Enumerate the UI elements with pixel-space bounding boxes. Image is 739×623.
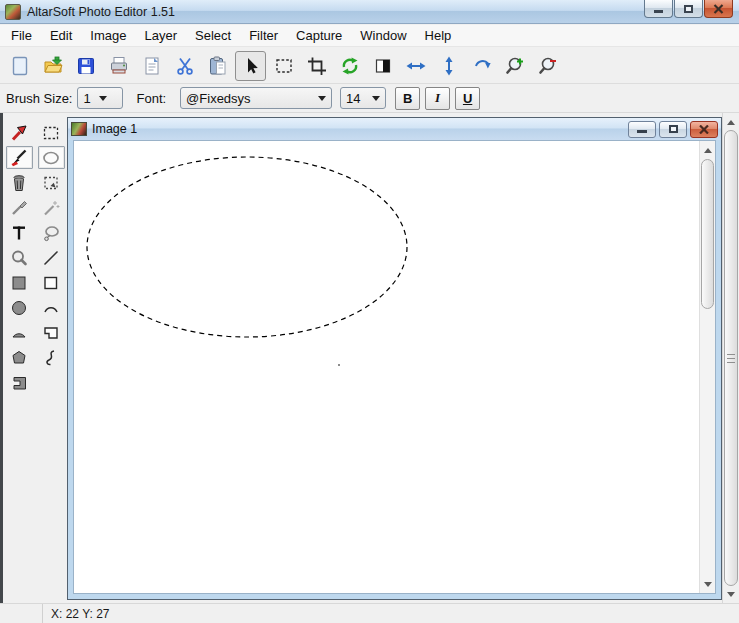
document-vertical-scrollbar[interactable] (699, 141, 715, 593)
rect-outline-tool[interactable] (38, 271, 65, 294)
close-icon (699, 125, 709, 134)
rect-select-button[interactable] (268, 51, 299, 81)
format-toolbar: Brush Size: 1 Font: @Fixedsys 14 B I U (0, 83, 739, 113)
lasso-icon (41, 223, 61, 243)
scroll-up-button[interactable] (723, 114, 739, 129)
cut-button[interactable] (169, 51, 200, 81)
text-icon (9, 223, 29, 243)
contrast-button[interactable] (367, 51, 398, 81)
filled-arc-tool[interactable] (6, 321, 33, 344)
titlebar[interactable]: AltarSoft Photo Editor 1.51 (0, 0, 739, 24)
main-area: Image 1 (0, 113, 739, 603)
scroll-down-button[interactable] (723, 587, 739, 602)
menu-capture[interactable]: Capture (287, 25, 351, 46)
pointer-icon (240, 55, 262, 77)
move-arrow-tool[interactable] (6, 121, 33, 144)
open-button[interactable] (37, 51, 68, 81)
ellipse-select-tool[interactable] (38, 146, 65, 169)
document-minimize-button[interactable] (628, 121, 656, 138)
eyedropper-tool[interactable] (6, 196, 33, 219)
document-window: Image 1 (67, 117, 722, 600)
filled-polygon-tool[interactable] (6, 346, 33, 369)
zoom-tool[interactable] (6, 246, 33, 269)
menu-filter[interactable]: Filter (240, 25, 287, 46)
brush-size-dropdown[interactable]: 1 (77, 87, 123, 109)
curve-icon (41, 348, 61, 368)
italic-button[interactable]: I (425, 87, 450, 110)
crop-icon (306, 55, 328, 77)
menu-select[interactable]: Select (186, 25, 240, 46)
canvas-dot (338, 364, 340, 366)
line-tool[interactable] (38, 246, 65, 269)
tool-palette (3, 113, 67, 603)
document-titlebar[interactable]: Image 1 (68, 118, 721, 140)
pointer-button[interactable] (235, 51, 266, 81)
polygon-outline-tool[interactable] (38, 321, 65, 344)
copy-button[interactable] (136, 51, 167, 81)
rect-outline-icon (41, 273, 61, 293)
text-tool[interactable] (6, 221, 33, 244)
print-button[interactable] (103, 51, 134, 81)
scroll-down-button[interactable] (700, 577, 715, 592)
zoom-out-icon (537, 55, 559, 77)
canvas[interactable] (74, 141, 699, 593)
restore-button[interactable] (674, 0, 703, 18)
chevron-down-icon (99, 96, 107, 105)
ellipse-selection (87, 157, 407, 337)
flip-horizontal-icon (405, 55, 427, 77)
underline-button[interactable]: U (455, 87, 480, 110)
magic-wand-tool[interactable] (38, 196, 65, 219)
new-button[interactable] (4, 51, 35, 81)
paste-button[interactable] (202, 51, 233, 81)
magic-wand-icon (41, 198, 61, 218)
chevron-down-icon (372, 96, 380, 105)
rotate-button[interactable] (466, 51, 497, 81)
bold-button[interactable]: B (395, 87, 420, 110)
document-restore-button[interactable] (659, 121, 687, 138)
zoom-out-button[interactable] (532, 51, 563, 81)
print-icon (108, 55, 130, 77)
refresh-button[interactable] (334, 51, 365, 81)
grip-icon (727, 358, 735, 359)
filled-notch-tool[interactable] (6, 371, 33, 394)
close-button[interactable] (704, 0, 733, 18)
chevron-down-icon (318, 96, 326, 105)
flip-horizontal-button[interactable] (400, 51, 431, 81)
rotate-arrow-icon (471, 55, 493, 77)
crop-button[interactable] (301, 51, 332, 81)
font-dropdown[interactable]: @Fixedsys (180, 87, 332, 109)
transform-select-tool[interactable] (38, 171, 65, 194)
minimize-button[interactable] (644, 0, 673, 18)
font-label: Font: (136, 91, 166, 106)
scroll-up-button[interactable] (700, 142, 715, 157)
scrollbar-thumb[interactable] (701, 159, 714, 309)
cut-icon (174, 55, 196, 77)
font-size-dropdown[interactable]: 14 (340, 87, 386, 109)
ellipse-select-icon (41, 148, 61, 168)
filled-rect-tool[interactable] (6, 271, 33, 294)
mdi-area: Image 1 (67, 113, 722, 603)
rect-select-tool[interactable] (38, 121, 65, 144)
delete-selection-tool[interactable] (6, 171, 33, 194)
status-left-pane (0, 604, 43, 623)
menu-image[interactable]: Image (81, 25, 135, 46)
filled-ellipse-tool[interactable] (6, 296, 33, 319)
trash-icon (9, 173, 29, 193)
app-vertical-scrollbar[interactable] (722, 113, 739, 603)
brush-size-label: Brush Size: (6, 91, 72, 106)
lasso-tool[interactable] (38, 221, 65, 244)
arrow-up-icon (727, 116, 735, 125)
flip-vertical-button[interactable] (433, 51, 464, 81)
zoom-in-button[interactable] (499, 51, 530, 81)
curve-tool[interactable] (38, 346, 65, 369)
brush-tool[interactable] (6, 146, 33, 169)
menu-help[interactable]: Help (416, 25, 461, 46)
menu-window[interactable]: Window (351, 25, 415, 46)
arc-tool[interactable] (38, 296, 65, 319)
document-close-button[interactable] (690, 121, 718, 138)
menu-edit[interactable]: Edit (41, 25, 81, 46)
scrollbar-thumb[interactable] (724, 130, 738, 586)
menu-file[interactable]: File (2, 25, 41, 46)
menu-layer[interactable]: Layer (136, 25, 187, 46)
save-button[interactable] (70, 51, 101, 81)
